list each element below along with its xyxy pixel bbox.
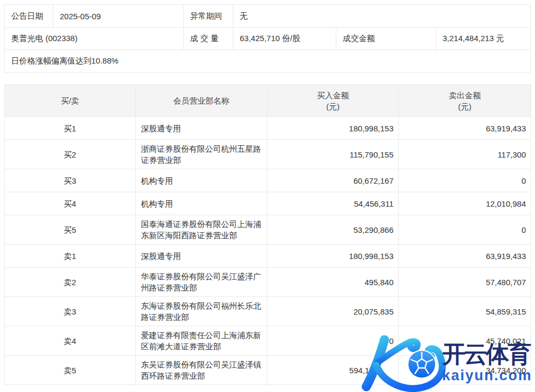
row-buy-amount: 20,075,835 (268, 297, 399, 326)
row-buy-amount: 495,840 (268, 268, 399, 297)
row-branch-name: 东吴证券股份有限公司吴江盛泽镇西环路证券营业部 (136, 356, 268, 385)
header-side: 买/卖 (5, 85, 136, 117)
lhb-header-row: 买/卖 会员营业部名称 买入金额 (元) 卖出金额 (元) (5, 85, 531, 117)
volume-label: 成 交 量 (184, 28, 233, 50)
row-sell-amount: 117,300 (399, 140, 531, 169)
info-row-stock: 奥普光电 (002338) 成 交 量 63,425,710 份/股 成交金额 … (5, 27, 530, 50)
row-branch-name: 浙商证券股份有限公司杭州五星路证券营业部 (136, 140, 268, 169)
row-buy-amount: 54,456,311 (268, 192, 399, 215)
header-sell-title: 卖出金额 (399, 90, 531, 101)
row-side-label: 买2 (5, 140, 136, 169)
row-branch-name: 深股通专用 (136, 245, 268, 268)
row-side-label: 买4 (5, 192, 136, 215)
row-sell-amount: 45,740,021 (399, 326, 531, 356)
header-branch: 会员营业部名称 (136, 85, 268, 117)
lhb-table: 买/卖 会员营业部名称 买入金额 (元) 卖出金额 (元) 买1 深股通专用 1… (4, 84, 531, 385)
announce-date-label: 公告日期 (5, 5, 53, 27)
row-sell-amount: 57,480,707 (399, 268, 531, 297)
header-buy-title: 买入金额 (268, 90, 398, 101)
row-branch-name: 华泰证券股份有限公司吴江盛泽广州路证券营业部 (136, 268, 268, 297)
announce-date-value: 2025-05-09 (53, 5, 184, 27)
stock-info-panel: 公告日期 2025-05-09 异常期间 无 奥普光电 (002338) 成 交… (4, 4, 531, 73)
row-buy-amount: 115,790,155 (268, 140, 399, 169)
row-side-label: 卖5 (5, 356, 136, 385)
row-side-label: 买3 (5, 169, 136, 192)
table-row: 买1 深股通专用 180,998,153 63,919,433 (5, 117, 531, 140)
table-row: 卖5 东吴证券股份有限公司吴江盛泽镇西环路证券营业部 594,16 34,734… (5, 356, 531, 385)
table-row: 买3 机构专用 60,672,167 0 (5, 169, 531, 192)
row-buy-amount: 0 (268, 326, 399, 356)
header-sell: 卖出金额 (元) (399, 85, 531, 117)
table-row: 卖2 华泰证券股份有限公司吴江盛泽广州路证券营业部 495,840 57,480… (5, 268, 531, 297)
row-buy-amount: 60,672,167 (268, 169, 399, 192)
turnover-value: 3,214,484,213 元 (436, 28, 530, 50)
row-branch-name: 东海证券股份有限公司福州长乐北路证券营业部 (136, 297, 268, 326)
row-side-label: 卖3 (5, 297, 136, 326)
stock-name: 奥普光电 (002338) (5, 28, 184, 50)
row-branch-name: 机构专用 (136, 169, 268, 192)
row-sell-amount: 0 (399, 215, 531, 245)
table-row: 买4 机构专用 54,456,311 12,010,984 (5, 192, 531, 215)
info-row-reason: 日价格涨幅偏离值达到10.88% (5, 50, 530, 72)
row-branch-name: 机构专用 (136, 192, 268, 215)
header-buy: 买入金额 (元) (268, 85, 399, 117)
row-branch-name: 爱建证券有限责任公司上海浦东新区前滩大道证券营业部 (136, 326, 268, 356)
table-row: 卖1 深股通专用 180,998,153 63,919,433 (5, 245, 531, 268)
row-buy-amount: 180,998,153 (268, 117, 399, 140)
abnormal-period-value: 无 (233, 5, 530, 27)
header-sell-unit: (元) (399, 101, 531, 112)
row-branch-name: 国泰海通证券股份有限公司上海浦东新区海阳西路证券营业部 (136, 215, 268, 245)
row-side-label: 卖2 (5, 268, 136, 297)
row-sell-amount: 12,010,984 (399, 192, 531, 215)
header-buy-unit: (元) (268, 101, 398, 112)
info-row-date: 公告日期 2025-05-09 异常期间 无 (5, 5, 530, 27)
listing-reason: 日价格涨幅偏离值达到10.88% (5, 50, 530, 72)
table-row: 买2 浙商证券股份有限公司杭州五星路证券营业部 115,790,155 117,… (5, 140, 531, 169)
row-buy-amount: 53,290,866 (268, 215, 399, 245)
row-buy-amount: 594,16 (268, 356, 399, 385)
table-row: 买5 国泰海通证券股份有限公司上海浦东新区海阳西路证券营业部 53,290,86… (5, 215, 531, 245)
lhb-table-body: 买1 深股通专用 180,998,153 63,919,433 买2 浙商证券股… (5, 117, 531, 385)
row-branch-name: 深股通专用 (136, 117, 268, 140)
row-buy-amount: 180,998,153 (268, 245, 399, 268)
row-sell-amount: 34,734,200 (399, 356, 531, 385)
row-sell-amount: 0 (399, 169, 531, 192)
row-side-label: 买5 (5, 215, 136, 245)
turnover-label: 成交金额 (336, 28, 436, 50)
row-side-label: 买1 (5, 117, 136, 140)
volume-value: 63,425,710 份/股 (233, 28, 336, 50)
row-sell-amount: 63,919,433 (399, 117, 531, 140)
row-side-label: 卖4 (5, 326, 136, 356)
row-sell-amount: 63,919,433 (399, 245, 531, 268)
table-row: 卖3 东海证券股份有限公司福州长乐北路证券营业部 20,075,835 54,8… (5, 297, 531, 326)
table-row: 卖4 爱建证券有限责任公司上海浦东新区前滩大道证券营业部 0 45,740,02… (5, 326, 531, 356)
row-side-label: 卖1 (5, 245, 136, 268)
row-sell-amount: 54,859,315 (399, 297, 531, 326)
abnormal-period-label: 异常期间 (184, 5, 233, 27)
